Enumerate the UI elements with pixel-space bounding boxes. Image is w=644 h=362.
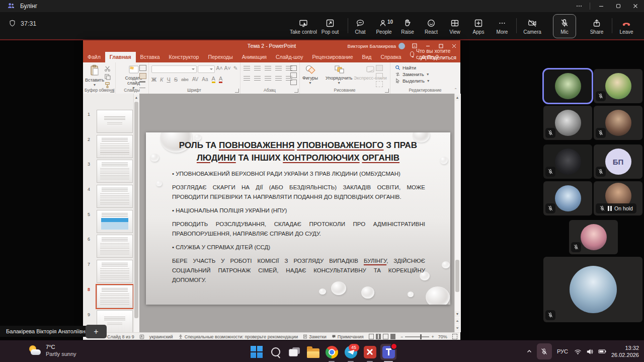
paragraph-dialog-launcher[interactable]: [294, 89, 298, 93]
slide-thumbnail-8-selected[interactable]: [97, 285, 133, 308]
close-button[interactable]: [627, 0, 644, 12]
shape-outline-button[interactable]: [376, 73, 383, 79]
font-dialog-launcher[interactable]: [235, 89, 239, 93]
font-size-select[interactable]: [198, 65, 215, 73]
participant-tile-large[interactable]: [543, 257, 642, 322]
slideshow-view-button[interactable]: [390, 334, 395, 339]
telegram-button[interactable]: 45: [343, 344, 359, 360]
participant-tile[interactable]: [594, 69, 642, 103]
people-button[interactable]: 10 People: [371, 15, 397, 37]
slide-thumbnail-1[interactable]: [97, 110, 133, 133]
tab-file[interactable]: Файл: [83, 52, 105, 62]
shape-fill-button[interactable]: [376, 65, 383, 71]
replace-button[interactable]: Заменить ▼: [395, 71, 430, 77]
drawing-dialog-launcher[interactable]: [385, 89, 389, 93]
tab-view[interactable]: Вид: [358, 52, 376, 62]
slide-thumbnail-7[interactable]: [97, 260, 133, 283]
hidden-icons-chevron[interactable]: [526, 348, 532, 354]
slide[interactable]: РОЛЬ ТА ПОВНОВАЖЕННЯ УПОВНОВАЖЕНОГО З ПР…: [146, 132, 450, 305]
proofing-language[interactable]: украинский: [149, 334, 173, 339]
decrease-indent-button[interactable]: [265, 66, 271, 71]
slide-thumbnail-2[interactable]: [97, 135, 133, 158]
zoom-level[interactable]: 70%: [438, 334, 447, 339]
participant-tile[interactable]: [543, 106, 592, 140]
justify-button[interactable]: [275, 76, 282, 81]
react-button[interactable]: React: [418, 15, 444, 37]
scroll-thumb[interactable]: [455, 260, 459, 292]
shrink-font-button[interactable]: А˅: [224, 65, 231, 71]
battery-icon[interactable]: [598, 348, 607, 354]
participant-tile[interactable]: [543, 144, 592, 179]
reading-view-button[interactable]: [383, 334, 388, 339]
increase-indent-button[interactable]: [275, 66, 282, 71]
zoom-slider[interactable]: [405, 336, 429, 337]
participant-tile-on-hold[interactable]: On hold: [594, 181, 642, 215]
slide-thumbnail-4[interactable]: [97, 185, 133, 208]
underline-button[interactable]: Ч: [167, 77, 170, 83]
normal-view-button[interactable]: [369, 334, 374, 339]
tab-transitions[interactable]: Переходы: [203, 52, 237, 62]
file-explorer-button[interactable]: [305, 344, 321, 360]
align-right-button[interactable]: [265, 76, 271, 81]
raise-hand-button[interactable]: Raise: [394, 15, 421, 37]
tab-slideshow[interactable]: Слайд-шоу: [271, 52, 307, 62]
numbering-button[interactable]: [254, 66, 261, 71]
tab-design[interactable]: Конструктор: [165, 52, 204, 62]
find-button[interactable]: Найти: [395, 65, 430, 70]
bullets-button[interactable]: [244, 66, 250, 71]
participant-tile[interactable]: [569, 220, 618, 254]
search-button[interactable]: [268, 344, 284, 360]
character-spacing-button[interactable]: AV: [192, 77, 199, 82]
font-name-select[interactable]: [151, 65, 197, 73]
slide-thumbnail-5[interactable]: [97, 210, 133, 233]
teams-app-button[interactable]: [380, 344, 396, 360]
spellcheck-button[interactable]: [139, 334, 144, 339]
ppt-account[interactable]: Виктория Балакирева: [348, 40, 405, 51]
arrange-button[interactable]: Упорядочить ▼: [326, 64, 353, 84]
fit-to-window-button[interactable]: [452, 334, 457, 339]
participant-tile[interactable]: [543, 181, 592, 215]
wifi-icon[interactable]: [574, 348, 582, 355]
ppt-share-button[interactable]: Поделиться: [421, 54, 456, 60]
participant-tile-speaking[interactable]: [543, 69, 592, 103]
tab-review[interactable]: Рецензирование: [307, 52, 357, 62]
clipboard-dialog-launcher[interactable]: [110, 89, 114, 93]
align-left-button[interactable]: [244, 76, 250, 81]
text-direction-button[interactable]: [290, 65, 297, 71]
share-button[interactable]: Share: [584, 15, 610, 37]
more-options-button[interactable]: [571, 0, 588, 12]
start-button[interactable]: [249, 344, 265, 360]
pop-out-button[interactable]: Pop out: [317, 15, 343, 37]
select-button[interactable]: Выделить ▼: [395, 78, 430, 84]
reset-button[interactable]: [139, 73, 146, 79]
collapse-ribbon-button[interactable]: ⌃: [454, 88, 457, 92]
minimize-button[interactable]: [593, 0, 610, 12]
accessibility-checker[interactable]: Специальные возможности: проверьте реком…: [178, 334, 298, 339]
change-case-button[interactable]: Аа: [202, 77, 208, 82]
align-center-button[interactable]: [254, 76, 261, 81]
more-button[interactable]: More: [489, 15, 515, 37]
participant-tile-initials[interactable]: БП: [594, 144, 642, 179]
chrome-button[interactable]: [324, 344, 340, 360]
previous-slide-button[interactable]: ⏶: [455, 318, 460, 324]
comments-button[interactable]: Примечания: [332, 334, 364, 339]
notes-button[interactable]: Заметки: [303, 334, 326, 339]
scroll-down-arrow[interactable]: ▼: [455, 311, 460, 317]
apps-button[interactable]: Apps: [465, 15, 492, 37]
align-text-button[interactable]: [290, 73, 297, 78]
take-control-button[interactable]: Take control: [290, 15, 316, 37]
smartart-convert-button[interactable]: [290, 80, 297, 85]
camera-button[interactable]: Camera: [519, 15, 545, 37]
layout-button[interactable]: [139, 65, 146, 71]
subscript-button[interactable]: abc: [181, 77, 189, 82]
paste-button[interactable]: Вставить ▼: [85, 64, 104, 86]
tab-help[interactable]: Справка: [376, 52, 406, 62]
tab-insert[interactable]: Вставка: [136, 52, 165, 62]
chat-button[interactable]: Chat: [347, 15, 373, 37]
scroll-up-arrow[interactable]: ▲: [455, 95, 460, 101]
taskbar-clock[interactable]: 13:32 26.02.2026: [611, 344, 639, 359]
grow-font-button[interactable]: А˄: [216, 65, 223, 71]
next-slide-button[interactable]: ⏷: [455, 325, 460, 331]
pdf-app-button[interactable]: [362, 344, 378, 360]
leave-button[interactable]: Leave: [613, 15, 639, 37]
